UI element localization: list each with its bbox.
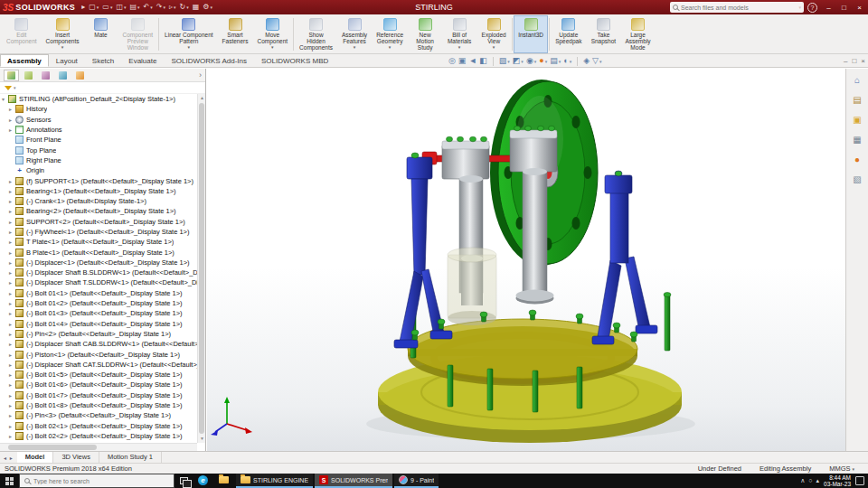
tree-item[interactable]: ▸History [0, 104, 197, 114]
instant3d-button[interactable]: Instant3D [514, 15, 548, 53]
tray-status-icon-2[interactable]: ▴ [816, 477, 820, 484]
tree-item[interactable]: ▸(-) Bolt 01<4> (Default<<Default>_Displ… [0, 319, 197, 329]
expand-arrow-icon[interactable]: ▸ [9, 229, 15, 235]
tree-item[interactable]: ▸Bearing<2> (Default<<Default>_Display S… [0, 206, 197, 216]
taskbar-search-input[interactable] [33, 478, 169, 484]
tab-evaluate[interactable]: Evaluate [121, 54, 164, 67]
tree-item[interactable]: ▸SUPPORT<2> (Default<<Default>_Display S… [0, 217, 197, 227]
support-right-model[interactable] [592, 171, 657, 344]
file-explorer-icon[interactable]: ▣ [851, 113, 864, 127]
document-close-icon[interactable]: × [861, 57, 865, 65]
search-box[interactable]: ▾ [670, 2, 804, 13]
hide-all-types-icon[interactable]: ◈ [583, 54, 590, 68]
solidworks-window-button[interactable]: SSOLIDWORKS Prem... [315, 474, 392, 488]
maximize-button[interactable]: □ [836, 0, 852, 14]
assembly-features-button[interactable]: AssemblyFeatures▾ [337, 15, 372, 53]
tree-item[interactable]: ▸(-) Bolt 02<1> (Default<<Default>_Displ… [0, 421, 197, 431]
expand-arrow-icon[interactable]: ▸ [9, 259, 15, 266]
file-menu-arrow-icon[interactable]: ▸ [81, 0, 85, 14]
glass-chamber-model[interactable] [448, 248, 496, 325]
reference-geometry-button[interactable]: ReferenceGeometry▾ [372, 15, 408, 53]
scrollbar-thumb[interactable] [199, 103, 204, 434]
featuremanager-tab[interactable] [4, 70, 19, 81]
tree-item[interactable]: ▸(-) Crank<1> (Default<Display State-1>) [0, 196, 197, 206]
file-properties-icon[interactable]: ▦ [193, 0, 200, 14]
expand-arrow-icon[interactable]: ▸ [9, 269, 15, 276]
configurationmanager-tab[interactable] [38, 70, 53, 81]
dimxpertmanager-tab[interactable] [55, 70, 71, 81]
filter-dropdown-icon[interactable]: ▾ [14, 85, 16, 90]
paint-window-button[interactable]: 9 - Paint [394, 474, 439, 488]
tree-item[interactable]: +Origin [0, 165, 197, 175]
expand-arrow-icon[interactable]: ▸ [9, 188, 15, 194]
expand-arrow-icon[interactable]: ▸ [9, 239, 15, 245]
search-input[interactable] [681, 5, 795, 11]
status-units[interactable]: MMGS▾ [829, 465, 854, 473]
tab-assembly[interactable]: Assembly [0, 54, 49, 67]
large-assembly-mode-button[interactable]: LargeAssemblyMode [620, 15, 655, 53]
support-left-model[interactable] [394, 153, 452, 348]
tree-item[interactable]: ▸(-) Displacer Shaft CAB.SLDDRW<1> (Defa… [0, 339, 197, 349]
take-snapshot-button[interactable]: TakeSnapshot [586, 15, 620, 53]
mate-button[interactable]: Mate [83, 15, 118, 53]
view-settings-icon[interactable]: ◐▾ [563, 54, 571, 68]
propertymanager-tab[interactable] [21, 70, 36, 81]
tree-item[interactable]: ▸(-) Displacer<1> (Default<<Default>_Dis… [0, 258, 197, 267]
expand-arrow-icon[interactable]: ▸ [9, 381, 15, 388]
zoom-fit-icon[interactable]: ◎ [448, 54, 456, 68]
edge-icon[interactable]: e [193, 474, 213, 488]
tree-item[interactable]: ▸(-) Bolt 01<6> (Default<<Default>_Displ… [0, 380, 197, 389]
panel-flyout-arrow-icon[interactable]: › [199, 70, 205, 80]
expand-arrow-icon[interactable]: ▸ [9, 423, 15, 429]
document-restore-icon[interactable]: □ [852, 57, 856, 65]
tree-item[interactable]: ▸(f) SUPPORT<1> (Default<<Default>_Displ… [0, 175, 197, 185]
expand-arrow-icon[interactable]: ▸ [9, 127, 15, 133]
tab-sketch[interactable]: Sketch [85, 54, 121, 67]
expand-arrow-icon[interactable]: ▸ [9, 412, 15, 418]
tree-item[interactable]: ▸Bearing<1> (Default<<Default>_Display S… [0, 186, 197, 196]
update-speedpak-button[interactable]: UpdateSpeedpak [551, 15, 586, 53]
action-center-icon[interactable] [855, 476, 864, 485]
redo-icon[interactable]: ↷▾ [156, 0, 165, 14]
tree-item[interactable]: ▸(-) Bolt 01<5> (Default<<Default>_Displ… [0, 370, 197, 380]
tab-solidworks-mbd[interactable]: SOLIDWORKS MBD [254, 54, 335, 67]
select-icon[interactable]: ▹▾ [169, 0, 176, 14]
tree-item[interactable]: ▸(-) Bolt 01<7> (Default<<Default>_Displ… [0, 390, 197, 400]
file-explorer-taskbar-icon[interactable] [213, 474, 234, 488]
new-document-icon[interactable]: ▢▾ [89, 0, 99, 14]
options-icon[interactable]: ⚙▾ [203, 0, 212, 14]
new-motion-study-button[interactable]: NewMotionStudy [408, 15, 442, 53]
expand-arrow-icon[interactable]: ▸ [9, 402, 15, 408]
expand-arrow-icon[interactable]: ▸ [9, 300, 15, 306]
hide-show-items-icon[interactable]: ◉▾ [526, 54, 536, 68]
previous-view-icon[interactable]: ◄ [468, 54, 476, 68]
insert-components-button[interactable]: InsertComponents▾ [42, 15, 84, 53]
taskbar-search-box[interactable] [19, 474, 175, 488]
start-button[interactable] [0, 474, 19, 488]
scroll-down-icon[interactable]: ▼ [198, 435, 206, 443]
tree-item[interactable]: ▸(-) Displacer Shaft B.SLDDRW<1> (Defaul… [0, 267, 197, 277]
expand-arrow-icon[interactable]: ▸ [9, 219, 15, 225]
stirling-engine-window-button[interactable]: STIRLING ENGINE [236, 474, 313, 488]
print-icon[interactable]: ▤▾ [129, 0, 139, 14]
tree-item[interactable]: Top Plane [0, 145, 197, 155]
tree-item[interactable]: ▸(-) Bolt 01<2> (Default<<Default>_Displ… [0, 298, 197, 308]
save-icon[interactable]: ◫▾ [116, 0, 126, 14]
tab-layout[interactable]: Layout [49, 54, 85, 67]
expand-arrow-icon[interactable]: ▸ [9, 249, 15, 256]
tree-item[interactable]: ▸(-) Bolt 01<8> (Default<<Default>_Displ… [0, 400, 197, 410]
tree-item[interactable]: ▸T Plate<1> (Default<<Default>_Display S… [0, 237, 197, 247]
expand-arrow-icon[interactable]: ▸ [9, 361, 15, 368]
filter-funnel-icon[interactable] [5, 86, 12, 90]
doc-tab-motion-study-1[interactable]: Motion Study 1 [99, 452, 162, 463]
expand-arrow-icon[interactable]: ▸ [9, 321, 15, 327]
3d-model-scene[interactable] [207, 69, 845, 451]
document-minimize-icon[interactable]: – [844, 57, 847, 65]
doc-tab-model[interactable]: Model [17, 452, 54, 463]
expand-arrow-icon[interactable]: ▸ [9, 433, 15, 439]
tab-solidworks-add-ins[interactable]: SOLIDWORKS Add-Ins [164, 54, 254, 67]
view-palette-icon[interactable]: ▦ [851, 133, 864, 146]
tree-item[interactable]: ▸(-) Piston<1> (Default<<Default>_Displa… [0, 349, 197, 359]
expand-arrow-icon[interactable]: ▸ [9, 106, 15, 112]
tree-item[interactable]: ▸(-) Bolt 01<3> (Default<<Default>_Displ… [0, 308, 197, 318]
